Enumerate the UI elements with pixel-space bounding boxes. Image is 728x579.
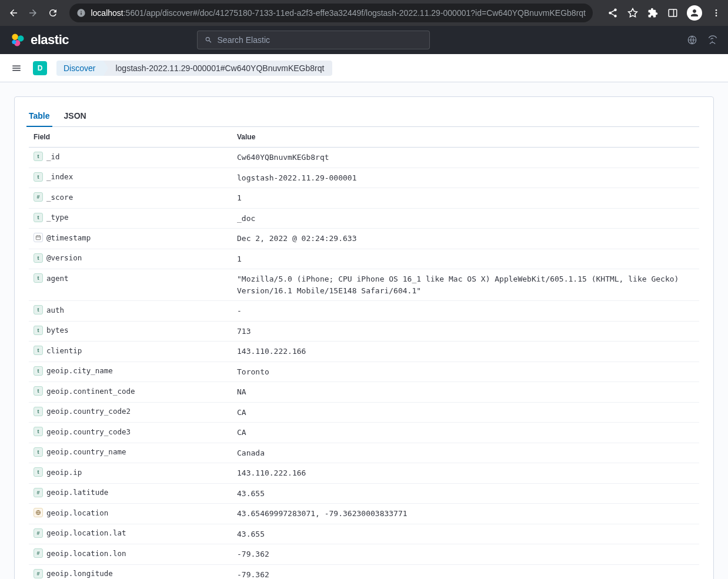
- field-name-text: clientip: [46, 346, 82, 355]
- table-row[interactable]: #geoip.longitude-79.362: [29, 564, 699, 579]
- field-type-icon: #: [34, 488, 43, 497]
- value-header: Value: [232, 127, 699, 148]
- tab-table[interactable]: Table: [29, 106, 50, 126]
- reload-button[interactable]: [45, 5, 60, 21]
- extensions-icon[interactable]: [647, 7, 659, 19]
- field-name-text: agent: [46, 274, 69, 283]
- table-row[interactable]: #geoip.location.lat43.655: [29, 524, 699, 544]
- newsfeed-icon[interactable]: [687, 35, 697, 45]
- search-icon: [205, 36, 212, 44]
- view-tabs: Table JSON: [29, 106, 699, 127]
- field-value: 713: [232, 321, 699, 342]
- forward-button[interactable]: [25, 5, 40, 21]
- table-row[interactable]: tgeoip.continent_codeNA: [29, 382, 699, 403]
- field-value: -79.362: [232, 544, 699, 565]
- field-name-text: geoip.location: [46, 508, 108, 517]
- table-row[interactable]: #_score1: [29, 188, 699, 209]
- elastic-logo-mark: [9, 32, 26, 48]
- field-name-text: @version: [46, 253, 82, 262]
- field-type-icon: t: [34, 407, 43, 416]
- table-row[interactable]: geoip.location43.65469997283071, -79.362…: [29, 504, 699, 524]
- nav-toggle-button[interactable]: [9, 61, 24, 75]
- svg-point-2: [716, 9, 717, 11]
- field-type-icon: t: [34, 467, 43, 477]
- field-name-text: _index: [46, 172, 73, 181]
- table-row[interactable]: tgeoip.country_code3CA: [29, 423, 699, 443]
- field-type-icon: t: [34, 427, 43, 436]
- table-row[interactable]: #geoip.location.lon-79.362: [29, 544, 699, 565]
- breadcrumb-discover[interactable]: Discover: [56, 61, 103, 76]
- page-content: Table JSON Field Value t_idCw640YQBnuvmK…: [0, 82, 728, 579]
- svg-point-3: [716, 12, 717, 14]
- field-type-icon: t: [34, 326, 43, 335]
- browser-chrome-bar: localhost:5601/app/discover#/doc/4127518…: [0, 0, 728, 26]
- bookmark-icon[interactable]: [627, 7, 639, 19]
- table-row[interactable]: t_type_doc: [29, 208, 699, 229]
- table-row[interactable]: tgeoip.ip143.110.222.166: [29, 463, 699, 484]
- field-value: Toronto: [232, 362, 699, 382]
- app-header: elastic: [0, 26, 728, 54]
- brand-text: elastic: [31, 32, 69, 48]
- field-value: _doc: [232, 208, 699, 229]
- table-row[interactable]: tbytes713: [29, 321, 699, 342]
- field-type-icon: t: [34, 447, 43, 457]
- table-row[interactable]: tclientip143.110.222.166: [29, 342, 699, 362]
- svg-rect-0: [669, 9, 677, 16]
- kebab-menu-icon[interactable]: [710, 7, 722, 19]
- field-value: "Mozilla/5.0 (iPhone; CPU iPhone OS 16_1…: [232, 269, 699, 301]
- field-name-text: _type: [46, 213, 69, 222]
- help-icon[interactable]: [707, 34, 719, 46]
- field-type-icon: [34, 508, 43, 517]
- field-name-text: geoip.location.lon: [46, 549, 126, 558]
- profile-avatar[interactable]: [687, 5, 702, 21]
- table-row[interactable]: @timestampDec 2, 2022 @ 02:24:29.633: [29, 229, 699, 249]
- field-name-text: _id: [46, 152, 60, 161]
- fields-table: Field Value t_idCw640YQBnuvmKEGb8rqtt_in…: [29, 127, 699, 579]
- field-name-text: geoip.latitude: [46, 488, 108, 497]
- field-value: Canada: [232, 443, 699, 463]
- sub-header: D Discover logstash-2022.11.29-000001#Cw…: [0, 54, 728, 82]
- site-info-icon[interactable]: [76, 8, 86, 18]
- table-row[interactable]: tauth-: [29, 301, 699, 322]
- field-value: Dec 2, 2022 @ 02:24:29.633: [232, 229, 699, 249]
- field-type-icon: #: [34, 548, 43, 558]
- table-row[interactable]: tgeoip.country_nameCanada: [29, 443, 699, 463]
- space-badge[interactable]: D: [33, 61, 47, 75]
- field-header: Field: [29, 127, 232, 148]
- field-name-text: bytes: [46, 326, 69, 334]
- global-search-input[interactable]: [218, 35, 423, 45]
- field-type-icon: #: [34, 192, 43, 202]
- table-row[interactable]: #geoip.latitude43.655: [29, 483, 699, 504]
- field-value: Cw640YQBnuvmKEGb8rqt: [232, 148, 699, 168]
- url-bar[interactable]: localhost:5601/app/discover#/doc/4127518…: [69, 4, 593, 22]
- table-row[interactable]: tgeoip.city_nameToronto: [29, 362, 699, 382]
- field-value: NA: [232, 382, 699, 403]
- tab-json[interactable]: JSON: [64, 106, 86, 126]
- elastic-logo[interactable]: elastic: [9, 32, 69, 48]
- share-icon[interactable]: [607, 7, 619, 19]
- field-name-text: geoip.continent_code: [46, 387, 135, 396]
- field-type-icon: t: [34, 213, 43, 222]
- panel-icon[interactable]: [667, 7, 679, 19]
- field-name-text: geoip.country_code3: [46, 427, 131, 436]
- table-row[interactable]: t_indexlogstash-2022.11.29-000001: [29, 168, 699, 188]
- field-value: -79.362: [232, 564, 699, 579]
- field-name-text: _score: [46, 193, 73, 202]
- field-value: 43.655: [232, 524, 699, 544]
- global-search[interactable]: [197, 31, 430, 49]
- table-row[interactable]: t_idCw640YQBnuvmKEGb8rqt: [29, 148, 699, 168]
- breadcrumb-document: logstash-2022.11.29-000001#Cw640YQBnuvmK…: [103, 61, 332, 76]
- back-button[interactable]: [6, 5, 21, 21]
- table-row[interactable]: t@version1: [29, 249, 699, 269]
- document-panel: Table JSON Field Value t_idCw640YQBnuvmK…: [14, 96, 714, 579]
- field-value: logstash-2022.11.29-000001: [232, 168, 699, 188]
- table-row[interactable]: tgeoip.country_code2CA: [29, 402, 699, 423]
- svg-point-8: [12, 40, 16, 44]
- field-type-icon: t: [34, 273, 43, 283]
- field-value: 143.110.222.166: [232, 342, 699, 362]
- table-row[interactable]: tagent"Mozilla/5.0 (iPhone; CPU iPhone O…: [29, 269, 699, 301]
- field-type-icon: #: [34, 569, 43, 578]
- field-value: -: [232, 301, 699, 322]
- field-value: CA: [232, 423, 699, 443]
- svg-rect-10: [36, 236, 41, 240]
